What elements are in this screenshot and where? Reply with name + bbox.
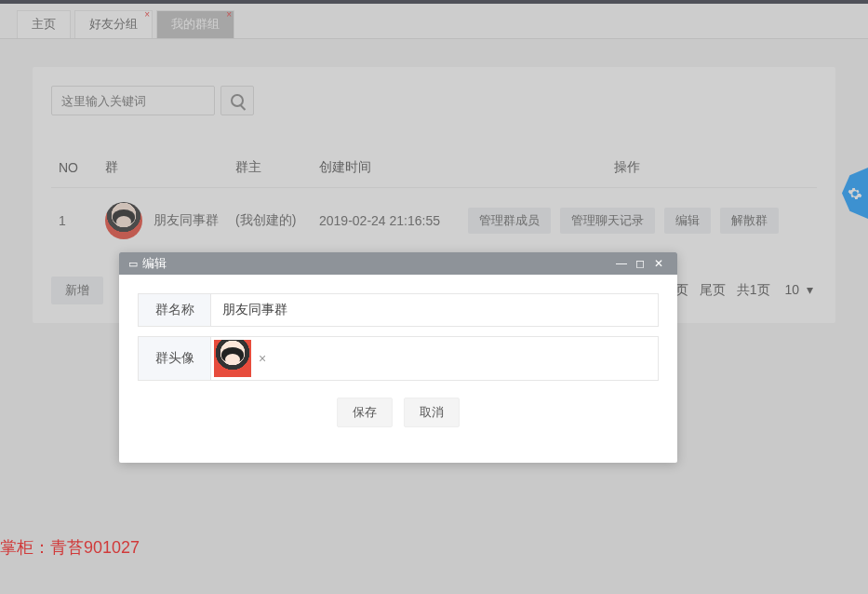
close-icon[interactable]: × [144, 9, 150, 20]
cell-group: 朋友同事群 [98, 188, 228, 254]
col-created: 创建时间 [312, 148, 461, 188]
dissolve-button[interactable]: 解散群 [720, 208, 779, 234]
form-row-avatar: 群头像 × [138, 336, 659, 381]
maximize-icon[interactable]: ◻ [631, 257, 649, 270]
gear-icon [848, 186, 862, 201]
col-action: 操作 [461, 148, 817, 188]
search-row [51, 86, 817, 115]
tab-label: 我的群组 [171, 17, 220, 31]
manage-chat-logs-button[interactable]: 管理聊天记录 [560, 208, 655, 234]
cell-actions: 管理群成员 管理聊天记录 编辑 解散群 [461, 188, 817, 254]
edit-button[interactable]: 编辑 [664, 208, 711, 234]
edit-modal: ▭ 编辑 — ◻ ✕ 群名称 群头像 × 保存 取消 [119, 252, 677, 463]
close-icon[interactable]: × [226, 9, 232, 20]
cell-created: 2019-02-24 21:16:55 [312, 188, 461, 254]
watermark: 掌柜：青苔901027 [0, 536, 140, 559]
search-icon [231, 94, 244, 107]
search-button[interactable] [220, 86, 254, 115]
form-row-name: 群名称 [138, 293, 659, 327]
document-icon: ▭ [128, 258, 138, 270]
tab-friend-groups[interactable]: 好友分组 × [74, 10, 153, 38]
avatar [105, 202, 142, 239]
tab-my-groups[interactable]: 我的群组 × [156, 10, 234, 38]
cancel-button[interactable]: 取消 [404, 398, 460, 427]
label-group-name: 群名称 [139, 294, 211, 326]
label-group-avatar: 群头像 [139, 337, 211, 380]
avatar-cell: × [211, 337, 658, 380]
col-owner: 群主 [228, 148, 312, 188]
cell-owner: (我创建的) [228, 188, 312, 254]
modal-footer: 保存 取消 [138, 390, 659, 444]
pager-total: 共1页 [737, 282, 770, 297]
save-button[interactable]: 保存 [337, 398, 393, 427]
add-button[interactable]: 新增 [51, 277, 103, 304]
pager-per-page[interactable]: 10 ▾ [781, 282, 813, 297]
modal-body: 群名称 群头像 × 保存 取消 [119, 275, 677, 463]
tab-home[interactable]: 主页 [17, 10, 71, 38]
tabs-bar: 主页 好友分组 × 我的群组 × [0, 4, 868, 39]
col-group: 群 [98, 148, 228, 188]
tab-label: 好友分组 [89, 17, 138, 31]
pager-last[interactable]: 尾页 [700, 282, 726, 297]
manage-members-button[interactable]: 管理群成员 [468, 208, 551, 234]
table-row: 1 朋友同事群 (我创建的) 2019-02-24 21:16:55 管理群成员… [51, 188, 817, 254]
modal-header[interactable]: ▭ 编辑 — ◻ ✕ [119, 252, 677, 275]
search-input[interactable] [51, 86, 215, 115]
pager: 下页 尾页 共1页 10 ▾ [659, 282, 817, 299]
col-no: NO [51, 148, 98, 188]
groups-table: NO 群 群主 创建时间 操作 1 朋友同事群 (我创建的) 2019-02-2… [51, 148, 817, 253]
modal-title: 编辑 [142, 255, 167, 272]
minimize-icon[interactable]: — [612, 257, 631, 270]
input-group-name[interactable] [211, 294, 658, 326]
avatar[interactable] [214, 340, 251, 377]
group-name-text: 朋友同事群 [154, 212, 219, 227]
remove-avatar-icon[interactable]: × [259, 351, 266, 366]
cell-no: 1 [51, 188, 98, 254]
tab-label: 主页 [32, 17, 56, 31]
close-icon[interactable]: ✕ [649, 257, 668, 270]
